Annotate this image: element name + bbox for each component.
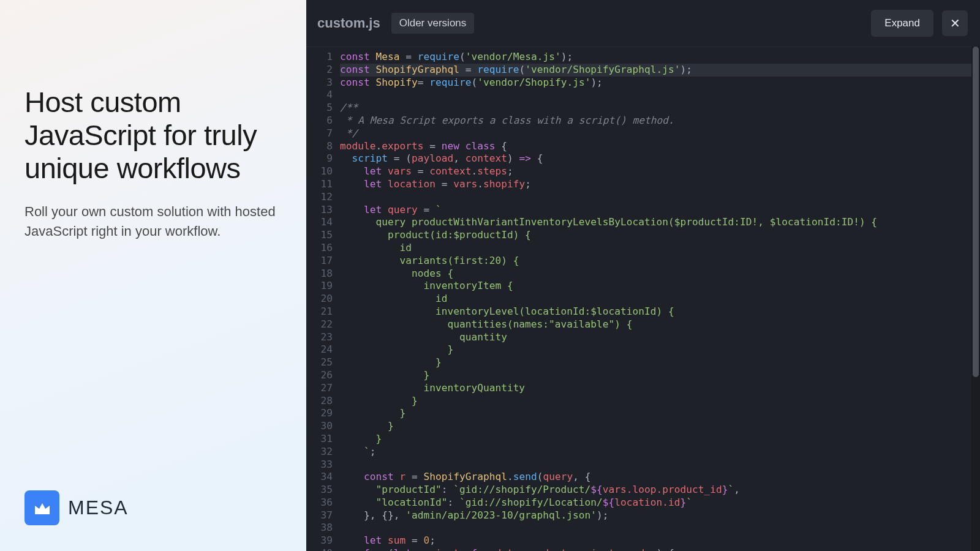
code-content[interactable]: const Mesa = require('vendor/Mesa.js');c… xyxy=(340,47,980,551)
older-versions-link[interactable]: Older versions xyxy=(391,13,475,34)
close-icon: ✕ xyxy=(950,16,960,31)
mesa-logo-icon xyxy=(24,490,59,525)
filename: custom.js xyxy=(317,15,380,31)
mesa-logo-text: MESA xyxy=(68,497,129,519)
mesa-logo: MESA xyxy=(24,490,129,525)
expand-button[interactable]: Expand xyxy=(871,10,933,37)
hero-heading: Host custom JavaScript for truly unique … xyxy=(24,86,277,185)
code-viewport[interactable]: 1234567891011121314151617181920212223242… xyxy=(306,47,980,551)
marketing-sidebar: Host custom JavaScript for truly unique … xyxy=(0,0,306,551)
close-button[interactable]: ✕ xyxy=(942,10,968,36)
editor-header: custom.js Older versions Expand ✕ xyxy=(306,0,980,47)
line-gutter: 1234567891011121314151617181920212223242… xyxy=(306,47,340,551)
hero-body: Roll your own custom solution with hoste… xyxy=(24,202,277,241)
code-editor-panel: custom.js Older versions Expand ✕ 123456… xyxy=(306,0,980,551)
